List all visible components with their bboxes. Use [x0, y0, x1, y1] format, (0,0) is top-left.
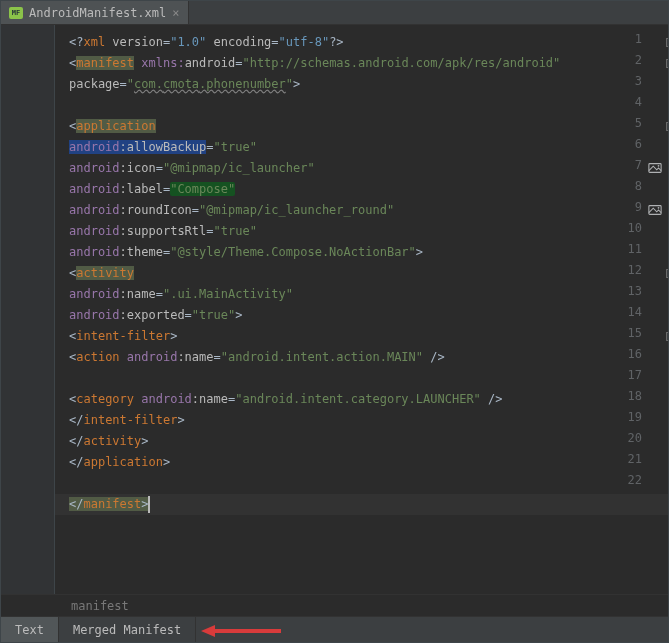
code-token: "@mipmap/ic_launcher_round" — [199, 203, 394, 217]
svg-marker-5 — [201, 625, 215, 637]
view-tab-merged-manifest[interactable]: Merged Manifest — [59, 617, 196, 642]
view-tab-text[interactable]: Text — [1, 617, 59, 642]
code-token: android — [69, 203, 120, 217]
code-line[interactable]: android:label="Compose" — [69, 179, 235, 200]
code-token: activity — [83, 434, 141, 448]
code-token: = — [206, 224, 213, 238]
code-line[interactable]: <application — [69, 116, 156, 137]
code-token: "true" — [214, 224, 257, 238]
code-token: intent-filter — [83, 413, 177, 427]
code-line[interactable]: </application> — [69, 452, 170, 473]
code-token: android — [69, 308, 120, 322]
code-token: > — [416, 245, 423, 259]
code-token: android — [141, 392, 192, 406]
code-token: action — [76, 350, 127, 364]
code-token: android — [69, 224, 120, 238]
code-token: "@mipmap/ic_launcher" — [163, 161, 315, 175]
breadcrumb[interactable]: manifest — [1, 594, 668, 616]
code-token: > — [141, 434, 148, 448]
code-token: manifest — [76, 56, 134, 70]
code-line[interactable]: android:icon="@mipmap/ic_launcher" — [69, 158, 315, 179]
code-token: </ — [69, 497, 83, 511]
code-token: android — [185, 56, 236, 70]
code-token: </ — [69, 455, 83, 469]
code-token: android — [69, 140, 120, 154]
code-token: = — [206, 140, 213, 154]
code-token: android — [69, 161, 120, 175]
code-token: manifest — [83, 497, 141, 511]
gutter: 1234567891011121314151617181920212223 — [1, 25, 55, 594]
code-token: com. — [134, 77, 163, 91]
code-token: application — [83, 455, 162, 469]
code-line[interactable]: android:allowBackup="true" — [69, 137, 257, 158]
code-token: "android.intent.category.LAUNCHER" — [235, 392, 481, 406]
code-token: xmlns: — [141, 56, 184, 70]
code-token: encoding — [214, 35, 272, 49]
code-line[interactable]: </activity> — [69, 431, 148, 452]
code-line[interactable]: <?xml version="1.0" encoding="utf-8"?> — [69, 32, 344, 53]
code-token: > — [170, 329, 177, 343]
code-token: version — [112, 35, 163, 49]
file-tab[interactable]: MF AndroidManifest.xml × — [1, 1, 189, 24]
code-token: = — [192, 203, 199, 217]
code-line[interactable]: package="com.cmota.phonenumber"> — [69, 74, 300, 95]
code-token: = — [271, 35, 278, 49]
code-token: :name — [120, 287, 156, 301]
code-token: android — [127, 350, 178, 364]
code-token: /> — [481, 392, 503, 406]
code-token: = — [214, 350, 221, 364]
code-line[interactable]: <manifest xmlns:android="http://schemas.… — [69, 53, 560, 74]
code-token: = — [156, 161, 163, 175]
manifest-file-icon: MF — [9, 7, 23, 19]
code-token: :roundIcon — [120, 203, 192, 217]
code-token: :name — [192, 392, 228, 406]
code-token: </ — [69, 413, 83, 427]
code-token: "@style/Theme.Compose.NoActionBar" — [170, 245, 416, 259]
code-line[interactable]: <category android:name="android.intent.c… — [69, 389, 503, 410]
code-line[interactable]: <action android:name="android.intent.act… — [69, 347, 445, 368]
code-token: ".ui.MainActivity" — [163, 287, 293, 301]
code-line[interactable]: <intent-filter> — [69, 326, 177, 347]
code-token: "http://schemas.android.com/apk/res/andr… — [242, 56, 560, 70]
code-token: /> — [423, 350, 445, 364]
code-token: > — [163, 455, 170, 469]
code-token: .phonenumber — [199, 77, 286, 91]
code-line[interactable]: android:name=".ui.MainActivity" — [69, 284, 293, 305]
close-icon[interactable]: × — [172, 6, 179, 20]
code-token: application — [76, 119, 155, 133]
code-token: " — [286, 77, 293, 91]
code-token: = — [185, 308, 192, 322]
code-token: "1.0" — [170, 35, 206, 49]
file-tab-bar: MF AndroidManifest.xml × — [1, 1, 668, 25]
code-line[interactable]: android:theme="@style/Theme.Compose.NoAc… — [69, 242, 423, 263]
code-editor[interactable]: 1234567891011121314151617181920212223 <?… — [1, 25, 668, 594]
code-line[interactable]: android:exported="true"> — [69, 305, 242, 326]
code-token: = — [120, 77, 127, 91]
code-token: ?> — [329, 35, 343, 49]
code-token: :supportsRtl — [120, 224, 207, 238]
code-line[interactable]: android:supportsRtl="true" — [69, 221, 257, 242]
code-line[interactable]: </intent-filter> — [69, 410, 185, 431]
code-token: :exported — [120, 308, 185, 322]
code-token: > — [235, 308, 242, 322]
text-caret — [148, 496, 150, 513]
code-area[interactable]: <?xml version="1.0" encoding="utf-8"?><m… — [55, 25, 668, 594]
annotation-arrow-icon — [201, 623, 281, 639]
code-line[interactable]: </manifest> — [69, 494, 148, 515]
code-token: cmota — [163, 77, 199, 91]
code-token: > — [177, 413, 184, 427]
code-line[interactable]: android:roundIcon="@mipmap/ic_launcher_r… — [69, 200, 394, 221]
code-token: :label — [120, 182, 163, 196]
code-token: category — [76, 392, 141, 406]
view-tab-bar: TextMerged Manifest — [1, 616, 668, 642]
code-token: :icon — [120, 161, 156, 175]
code-token: xml — [83, 35, 112, 49]
code-token: > — [293, 77, 300, 91]
file-tab-label: AndroidManifest.xml — [29, 6, 166, 20]
code-token — [206, 35, 213, 49]
code-token: "android.intent.action.MAIN" — [221, 350, 423, 364]
code-token: :name — [177, 350, 213, 364]
code-line[interactable]: <activity — [69, 263, 134, 284]
code-token: intent-filter — [76, 329, 170, 343]
code-token: "true" — [214, 140, 257, 154]
